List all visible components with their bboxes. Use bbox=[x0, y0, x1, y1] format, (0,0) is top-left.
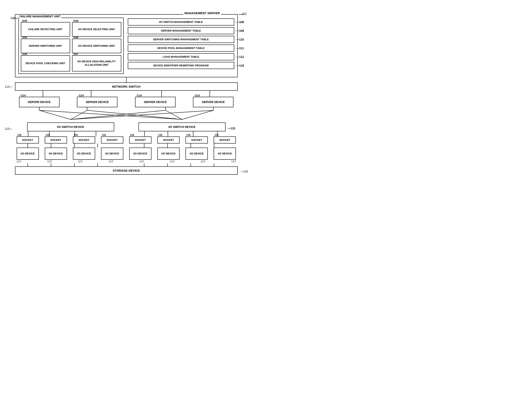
server-device-3: /114 SERVER DEVICE bbox=[135, 97, 176, 107]
unit-106-label: I/O DEVICE SWITCHING UNIT bbox=[74, 44, 119, 48]
network-server-connectors bbox=[15, 91, 238, 97]
io-switch-1-label: I/O SWITCH DEVICE bbox=[57, 125, 84, 129]
ref-104: /104 bbox=[73, 19, 78, 23]
server-device-4-label: SERVER DEVICE bbox=[202, 100, 225, 104]
unit-107-label: I/O DEVICE HIGH RELIABILITY ALLOCATION U… bbox=[74, 60, 119, 67]
unit-105-label: SERVER SWITCHING UNIT bbox=[23, 44, 68, 48]
server-device-4: /114 SERVER DEVICE bbox=[193, 97, 234, 107]
table-119-label: DEVICE IDENTIFIER REWRITING PROGRAM bbox=[153, 64, 209, 67]
tables-col: I/O SWITCH MANAGEMENT TABLE —108 SERVER … bbox=[128, 18, 234, 74]
socket-3: 116 SOCKET bbox=[73, 136, 95, 144]
iodevice-storage-lines bbox=[15, 163, 238, 166]
network-switch-box: NETWORK SWITCH bbox=[15, 82, 238, 91]
mgmt-inner: FAILURE MANAGEMENT UNIT 102 /103 FAILURE… bbox=[19, 18, 234, 74]
io-device-6: I/O DEVICE bbox=[157, 148, 180, 160]
unit-103-label: FAILURE DETECTING UNIT bbox=[23, 28, 68, 31]
socket-1-label: SOCKET bbox=[22, 138, 33, 142]
io-switch-2-label: I/O SWITCH DEVICE bbox=[169, 125, 196, 129]
mgmt-to-network-connector bbox=[15, 77, 238, 82]
ref-114-4: /114 bbox=[195, 94, 200, 97]
socket-5-label: SOCKET bbox=[135, 138, 146, 142]
socket-iodevice-connectors bbox=[15, 144, 238, 148]
socket-6-label: SOCKET bbox=[163, 138, 174, 142]
io-device-5: I/O DEVICE bbox=[129, 148, 152, 160]
ref-114-3: /114 bbox=[137, 94, 142, 97]
socket-7-label: SOCKET bbox=[191, 138, 202, 142]
ref-113: 113— bbox=[5, 85, 12, 88]
svg-line-9 bbox=[39, 110, 182, 119]
ref-116-4: 116 bbox=[102, 134, 106, 136]
ref-116-1: 116 bbox=[17, 134, 21, 136]
table-110-label: SERVER SWITCHING MANAGEMENT TABLE bbox=[153, 38, 209, 41]
ref-116-2: 116 bbox=[45, 134, 50, 136]
mgmt-server-label: MANAGEMENT SERVER bbox=[183, 11, 221, 15]
server-device-2: /114 SERVER DEVICE bbox=[77, 97, 117, 107]
ref-108: —108 bbox=[236, 20, 244, 24]
storage-box: STORAGE DEVICE bbox=[15, 166, 238, 175]
svg-line-15 bbox=[182, 110, 213, 119]
failure-mgmt-unit: FAILURE MANAGEMENT UNIT 102 /103 FAILURE… bbox=[19, 18, 124, 74]
ref-101: 101 bbox=[242, 12, 247, 15]
ref-114-1: /114 bbox=[21, 94, 26, 97]
socket-iodevice-lines bbox=[15, 144, 238, 148]
ref-103: /103 bbox=[22, 19, 27, 23]
ref-112: —112 bbox=[236, 55, 244, 58]
io-device-1: I/O DEVICE bbox=[17, 148, 39, 160]
units-grid: /103 FAILURE DETECTING UNIT /104 I/O DEV… bbox=[21, 22, 121, 71]
unit-106: /106 I/O DEVICE SWITCHING UNIT bbox=[72, 39, 121, 53]
io-device-7: I/O DEVICE bbox=[185, 148, 208, 160]
unit-105: /105 SERVER SWITCHING UNIT bbox=[21, 39, 70, 53]
table-108: I/O SWITCH MANAGEMENT TABLE —108 bbox=[128, 19, 234, 25]
table-119: DEVICE IDENTIFIER REWRITING PROGRAM —119 bbox=[128, 62, 234, 69]
ref-105: /105 bbox=[22, 36, 27, 39]
socket-5: 116 SOCKET bbox=[129, 136, 152, 144]
io-device-3: I/O DEVICE bbox=[73, 148, 95, 160]
ref-106: /106 bbox=[73, 36, 78, 39]
ref-110: —110 bbox=[236, 38, 244, 41]
io-device-2: I/O DEVICE bbox=[45, 148, 67, 160]
unit-103: /103 FAILURE DETECTING UNIT bbox=[21, 22, 70, 37]
ref-117-1: 117/ bbox=[17, 160, 21, 163]
socket-row: 116 SOCKET 116 SOCKET 116 SOCKET 116 SOC… bbox=[15, 136, 238, 144]
socket-4-label: SOCKET bbox=[107, 138, 118, 142]
storage-label: STORAGE DEVICE bbox=[113, 169, 140, 172]
ref-117-2: 117/ bbox=[47, 160, 52, 163]
ref-109: —109 bbox=[236, 29, 244, 32]
server-device-3-label: SERVER DEVICE bbox=[144, 100, 167, 104]
socket-7: 116 SOCKET bbox=[185, 136, 208, 144]
io-device-row: I/O DEVICE I/O DEVICE I/O DEVICE I/O DEV… bbox=[15, 148, 238, 160]
server-device-2-label: SERVER DEVICE bbox=[86, 100, 108, 104]
io-device-5-label: I/O DEVICE bbox=[130, 152, 150, 155]
table-109-label: SERVER MANAGEMENT TABLE bbox=[161, 29, 201, 32]
socket-2: 116 SOCKET bbox=[45, 136, 67, 144]
socket-1: 116 SOCKET bbox=[17, 136, 39, 144]
io-device-1-label: I/O DEVICE bbox=[18, 152, 38, 155]
unit-104: /104 I/O DEVICE SELECTING UNIT bbox=[72, 22, 121, 37]
socket-2-label: SOCKET bbox=[50, 138, 61, 142]
ref-116-6: 116 bbox=[158, 134, 162, 136]
mgmt-server-outer: 101 MANAGEMENT SERVER FAILURE MANAGEMENT… bbox=[15, 14, 238, 77]
table-112-label: LOAD MANAGEMENT TABLE bbox=[163, 55, 199, 58]
ref-118: —118 bbox=[240, 170, 248, 173]
ref-117-3: 117/ bbox=[78, 160, 83, 163]
unit-104-label: I/O DEVICE SELECTING UNIT bbox=[74, 28, 119, 31]
ref-115-right: —115 bbox=[227, 127, 235, 130]
svg-line-14 bbox=[71, 110, 213, 119]
socket-6: 116 SOCKET bbox=[157, 136, 180, 144]
io-device-7-label: I/O DEVICE bbox=[187, 152, 207, 155]
io-device-8-label: I/O DEVICE bbox=[215, 152, 235, 155]
io-device-4-label: I/O DEVICE bbox=[102, 152, 122, 155]
table-111-label: DEVICE POOL MANAGEMENT TABLE bbox=[157, 47, 204, 50]
table-110: SERVER SWITCHING MANAGEMENT TABLE —110 bbox=[128, 36, 234, 43]
ref-120: /120 bbox=[22, 52, 27, 56]
ref-107: /107 bbox=[73, 52, 78, 56]
io-switch-row: 115— I/O SWITCH DEVICE I/O SWITCH DEVICE… bbox=[15, 122, 238, 131]
mgmt-server-box: MANAGEMENT SERVER FAILURE MANAGEMENT UNI… bbox=[15, 14, 238, 77]
ref-116-7: 116 bbox=[186, 134, 190, 136]
io-device-refs-row: 117/ 117/ 117/ 117/ 117/ 117/ 117/ 117/ bbox=[15, 160, 238, 163]
network-switch-container: 113— NETWORK SWITCH bbox=[15, 82, 238, 91]
unit-107: /107 I/O DEVICE HIGH RELIABILITY ALLOCAT… bbox=[72, 55, 121, 71]
server-device-1-label: SERVER DEVICE bbox=[28, 100, 51, 104]
server-device-1: /114 SERVER DEVICE bbox=[19, 97, 60, 107]
table-109: SERVER MANAGEMENT TABLE —109 bbox=[128, 27, 234, 34]
